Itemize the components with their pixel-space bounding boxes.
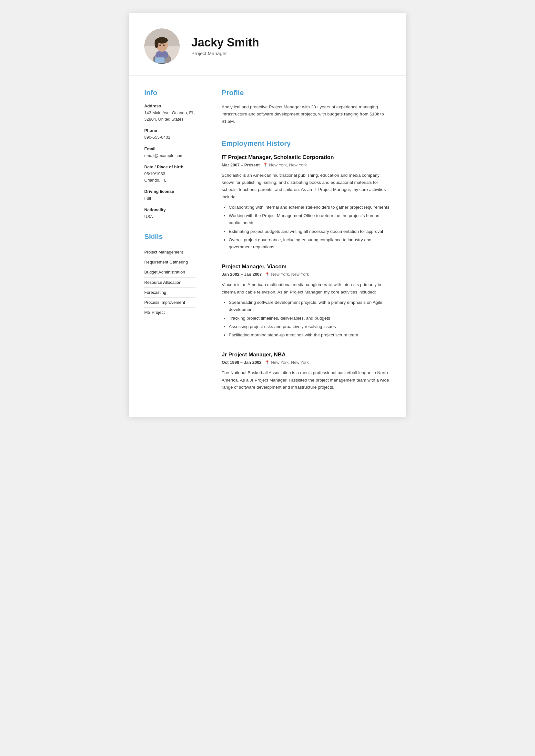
resume-body: Info Address 143 Main Ave, Orlando, FL, … bbox=[129, 76, 406, 417]
job-location-text: New York, New York bbox=[271, 272, 309, 277]
job-meta: Jan 2002 – Jan 2007 📍 New York, New York bbox=[222, 272, 391, 277]
nationality-label: Nationality bbox=[144, 207, 196, 212]
job-bullets-list: Spearheading software development projec… bbox=[222, 299, 391, 338]
job-block: IT Project Manager, Scholastic Corporati… bbox=[222, 154, 391, 251]
address-label: Address bbox=[144, 103, 196, 108]
svg-rect-12 bbox=[155, 57, 165, 63]
skill-item: Forecasting bbox=[144, 288, 196, 298]
resume-header: Jacky Smith Project Manager bbox=[129, 13, 406, 76]
job-meta: Mar 2007 – Present 📍 New York, New York bbox=[222, 163, 391, 167]
skills-list: Project ManagementRequirement GatheringB… bbox=[144, 247, 196, 317]
sidebar: Info Address 143 Main Ave, Orlando, FL, … bbox=[129, 76, 206, 417]
job-bullet-item: Overall project governance, including en… bbox=[229, 236, 391, 251]
info-section: Info Address 143 Main Ave, Orlando, FL, … bbox=[144, 89, 196, 220]
email-label: Email bbox=[144, 147, 196, 151]
skill-item: Resource Allocation bbox=[144, 278, 196, 288]
header-info: Jacky Smith Project Manager bbox=[191, 36, 391, 56]
resume-document: Jacky Smith Project Manager Info Address… bbox=[129, 13, 406, 417]
job-title: Jr Project Manager, NBA bbox=[222, 352, 391, 358]
job-dates: Oct 1998 – Jan 2002 bbox=[222, 360, 262, 365]
job-bullets-list: Collaborating with internal and external… bbox=[222, 204, 391, 251]
address-value: 143 Main Ave, Orlando, FL, 32804, United… bbox=[144, 110, 196, 122]
location-pin-icon: 📍 bbox=[265, 360, 270, 365]
job-description: The National Basketball Association is a… bbox=[222, 369, 391, 391]
skill-item: MS Project bbox=[144, 308, 196, 317]
skill-item: Process Improvement bbox=[144, 298, 196, 308]
phone-label: Phone bbox=[144, 128, 196, 133]
license-value: Full bbox=[144, 195, 196, 202]
dob-value: 05/10/1983 Orlando, FL bbox=[144, 171, 196, 183]
job-bullet-item: Collaborating with internal and external… bbox=[229, 204, 391, 211]
employment-section: Employment History IT Project Manager, S… bbox=[222, 139, 391, 391]
dob-label: Date / Place of birth bbox=[144, 165, 196, 169]
job-description: Scholastic is an American multinational … bbox=[222, 172, 391, 201]
job-bullet-item: Estimating project budgets and writing a… bbox=[229, 228, 391, 235]
avatar bbox=[144, 28, 180, 64]
nationality-value: USA bbox=[144, 213, 196, 220]
job-bullet-item: Tracking project timelines, deliverables… bbox=[229, 315, 391, 322]
skill-item: Budget Administration bbox=[144, 267, 196, 277]
candidate-title: Project Manager bbox=[191, 51, 391, 56]
main-content: Profile Analytical and proactive Project… bbox=[206, 76, 406, 417]
job-bullet-item: Working with the Project Management Offi… bbox=[229, 212, 391, 227]
svg-point-8 bbox=[155, 39, 158, 48]
job-location-text: New York, New York bbox=[269, 163, 307, 167]
location-pin-icon: 📍 bbox=[265, 272, 270, 277]
job-location: 📍 New York, New York bbox=[265, 360, 309, 365]
skills-section-title: Skills bbox=[144, 232, 196, 241]
email-value: email@example.com bbox=[144, 152, 196, 159]
jobs-list: IT Project Manager, Scholastic Corporati… bbox=[222, 154, 391, 391]
job-location: 📍 New York, New York bbox=[263, 163, 307, 167]
job-block: Jr Project Manager, NBAOct 1998 – Jan 20… bbox=[222, 352, 391, 391]
job-bullet-item: Facilitating morning stand-up meetings w… bbox=[229, 332, 391, 338]
profile-section-title: Profile bbox=[222, 89, 391, 97]
profile-text: Analytical and proactive Project Manager… bbox=[222, 103, 391, 125]
job-location-text: New York, New York bbox=[271, 360, 309, 365]
profile-section: Profile Analytical and proactive Project… bbox=[222, 89, 391, 125]
job-meta: Oct 1998 – Jan 2002 📍 New York, New York bbox=[222, 360, 391, 365]
job-title: IT Project Manager, Scholastic Corporati… bbox=[222, 154, 391, 161]
job-block: Project Manager, ViacomJan 2002 – Jan 20… bbox=[222, 263, 391, 338]
location-pin-icon: 📍 bbox=[263, 163, 268, 167]
employment-section-title: Employment History bbox=[222, 139, 391, 148]
skill-item: Requirement Gathering bbox=[144, 257, 196, 267]
job-description: Viacom is an American multinational medi… bbox=[222, 281, 391, 296]
job-title: Project Manager, Viacom bbox=[222, 263, 391, 270]
info-section-title: Info bbox=[144, 89, 196, 97]
job-dates: Mar 2007 – Present bbox=[222, 163, 260, 167]
job-bullet-item: Spearheading software development projec… bbox=[229, 299, 391, 313]
job-dates: Jan 2002 – Jan 2007 bbox=[222, 272, 262, 277]
job-bullet-item: Assessing project risks and proactively … bbox=[229, 323, 391, 330]
candidate-name: Jacky Smith bbox=[191, 36, 391, 49]
job-location: 📍 New York, New York bbox=[265, 272, 309, 277]
svg-point-10 bbox=[163, 44, 165, 46]
skill-item: Project Management bbox=[144, 247, 196, 257]
phone-value: 890-555-0401 bbox=[144, 134, 196, 141]
skills-section: Skills Project ManagementRequirement Gat… bbox=[144, 232, 196, 317]
svg-point-9 bbox=[159, 44, 161, 46]
license-label: Driving license bbox=[144, 189, 196, 194]
